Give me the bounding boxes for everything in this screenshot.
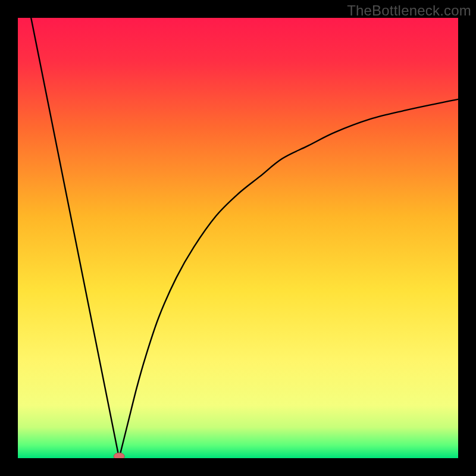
chart-frame: TheBottleneck.com [0, 0, 476, 476]
gradient-background [18, 18, 458, 458]
watermark-text: TheBottleneck.com [347, 2, 471, 19]
minimum-marker [114, 453, 124, 458]
bottleneck-chart [18, 18, 458, 458]
